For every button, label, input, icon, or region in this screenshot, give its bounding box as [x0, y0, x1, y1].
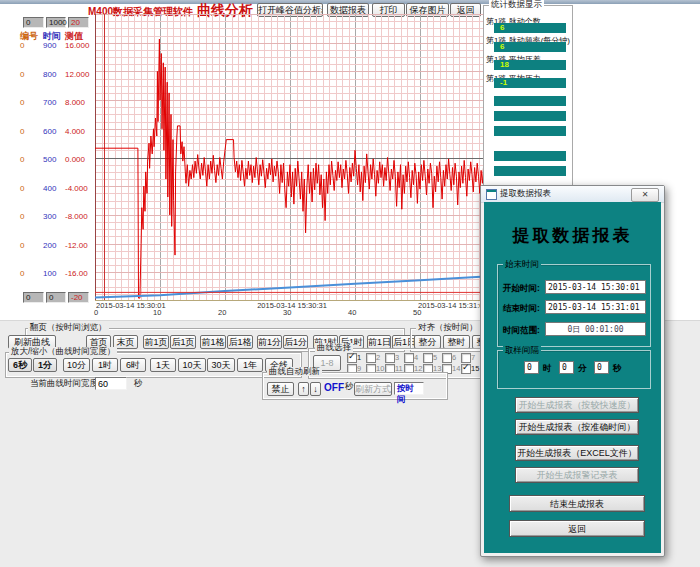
generate-report-button[interactable]: 开始生成报表（EXCEL文件）	[515, 445, 639, 461]
curve-checkbox[interactable]	[366, 353, 376, 363]
stat-value-bar: -1	[494, 78, 566, 88]
axis-tick-value: 800	[43, 70, 56, 79]
axis-tick-value: 700	[43, 98, 56, 107]
sample-minutes-input[interactable]	[559, 361, 574, 374]
curve-checkbox[interactable]	[423, 353, 433, 363]
curve-checkbox[interactable]	[385, 353, 395, 363]
curve-checkbox-label: 3	[395, 353, 399, 362]
auto-refresh-stop-button[interactable]: 禁止	[267, 382, 294, 396]
stat-empty-bar	[494, 166, 566, 176]
stat-value-bar: 6	[494, 23, 566, 33]
sample-seconds-unit: 秒	[613, 363, 622, 375]
dialog-body: 提取数据报表 始末时间 开始时间: 结束时间: 时间范围: 取样间隔 时 分 秒…	[484, 202, 661, 553]
app-window: M400数据采集管理软件 曲线分析 打开峰谷值分析表数据报表打印保存图片返回 0…	[0, 0, 700, 567]
time-span-label: 时间范围:	[503, 325, 540, 337]
up-arrow-icon[interactable]: ↑	[298, 382, 309, 396]
paging-button[interactable]: 前1分	[257, 335, 282, 349]
dialog-titlebar[interactable]: 提取数据报表 ✕	[481, 186, 664, 203]
axis-max-readout: 1000	[46, 17, 66, 28]
statistics-title: 统计数据显示	[489, 0, 544, 9]
x-axis-date-label: 2015-03-14 15:30:31	[247, 301, 337, 310]
axis-tick-value: 100	[43, 269, 56, 278]
paging-button[interactable]: 后1页	[170, 335, 196, 349]
generate-report-button[interactable]: 开始生成报表（按较快速度）	[515, 397, 639, 413]
time-width-button[interactable]: 6秒	[8, 358, 32, 372]
curve-width-input[interactable]	[95, 377, 127, 390]
paging-button[interactable]: 后1格	[227, 335, 253, 349]
axis-tick-value: 4.000	[65, 127, 85, 136]
stat-value-bar: 18	[494, 60, 566, 70]
stat-empty-bar	[494, 151, 566, 161]
time-width-button[interactable]: 10天	[178, 358, 206, 372]
time-width-button[interactable]: 1时	[92, 358, 118, 372]
curve-checkbox-label: 2	[376, 353, 380, 362]
axis-tick-value: -16.00	[65, 269, 88, 278]
paging-group-title: 翻页（按时间浏览）	[28, 323, 109, 332]
sample-hours-input[interactable]	[524, 361, 539, 374]
axis-tick-value: 0	[20, 241, 24, 250]
axis-tick-value: 12.000	[65, 70, 89, 79]
x-axis-tick: 30	[283, 308, 291, 317]
generate-report-button[interactable]: 开始生成报警记录表	[515, 467, 639, 483]
axis-tick-value: 0	[20, 184, 24, 193]
check-icon: ✓	[348, 351, 356, 361]
curve-checkbox-label: 7	[471, 353, 475, 362]
time-width-button[interactable]: 6时	[120, 358, 146, 372]
sample-minutes-unit: 分	[578, 363, 587, 375]
stat-empty-bar	[494, 96, 566, 106]
curve-checkbox-label: 4	[414, 353, 418, 362]
curve-checkbox-label: 5	[433, 353, 437, 362]
generate-report-button[interactable]: 开始生成报表（按准确时间）	[515, 419, 639, 435]
curve-width-unit: 秒	[132, 379, 145, 388]
close-icon[interactable]: ✕	[631, 188, 659, 202]
axis-tick-value: -12.00	[65, 241, 88, 250]
stat-empty-bar	[494, 111, 566, 121]
axis-tick-value: 0	[20, 41, 24, 50]
axis-tick-value: 16.000	[65, 41, 89, 50]
start-time-input[interactable]	[545, 280, 646, 294]
time-width-button[interactable]: 10分	[63, 358, 90, 372]
axis-tick-value: 200	[43, 241, 56, 250]
down-arrow-icon[interactable]: ↓	[310, 382, 321, 396]
x-axis-tick: 0	[94, 308, 98, 317]
paging-button[interactable]: 前1页	[143, 335, 169, 349]
axis-tick-value: 0	[20, 127, 24, 136]
dialog-icon	[486, 189, 497, 200]
refresh-mode-button[interactable]: 刷新方式	[354, 382, 392, 396]
axis-tick-value: 300	[43, 212, 56, 221]
curve-checkbox[interactable]: ✓	[347, 353, 357, 363]
end-time-label: 结束时间:	[503, 303, 540, 315]
axis-tick-value: 0	[20, 269, 24, 278]
x-axis-tick: 40	[348, 308, 356, 317]
axis-tick-value: -4.000	[65, 184, 88, 193]
curve-checkbox-label: 14	[452, 364, 460, 373]
dialog-return-button[interactable]: 返回	[509, 520, 645, 537]
axis-min-readout: 0	[46, 292, 66, 303]
curve-checkbox[interactable]	[404, 353, 414, 363]
axis-tick-value: 0	[20, 98, 24, 107]
paging-button[interactable]: 前1日	[367, 335, 391, 349]
time-span-input[interactable]	[545, 322, 646, 336]
align-button[interactable]: 整分	[414, 335, 441, 349]
x-axis-tick: 20	[218, 308, 226, 317]
end-time-input[interactable]	[545, 300, 646, 314]
time-range-group-title: 始末时间	[503, 259, 541, 271]
x-axis-tick: 10	[153, 308, 161, 317]
stat-empty-bar	[494, 126, 566, 136]
time-width-button[interactable]: 30天	[207, 358, 235, 372]
paging-button[interactable]: 前1格	[200, 335, 226, 349]
axis-tick-value: 0	[20, 212, 24, 221]
axis-tick-value: 0.000	[65, 155, 85, 164]
time-width-button[interactable]: 1分	[33, 358, 57, 372]
sample-seconds-input[interactable]	[594, 361, 609, 374]
axis-tick-value: 0	[20, 70, 24, 79]
axis-max-readout: 20	[68, 17, 89, 28]
curve-checkbox[interactable]	[442, 353, 452, 363]
curve-checkbox[interactable]: ✓	[461, 364, 471, 374]
finish-report-button[interactable]: 结束生成报表	[509, 495, 645, 512]
align-button[interactable]: 整时	[443, 335, 470, 349]
time-width-button[interactable]: 1年	[237, 358, 263, 372]
time-width-button[interactable]: 1天	[150, 358, 176, 372]
paging-button[interactable]: 后1分	[283, 335, 308, 349]
chart-canvas[interactable]	[95, 14, 485, 301]
